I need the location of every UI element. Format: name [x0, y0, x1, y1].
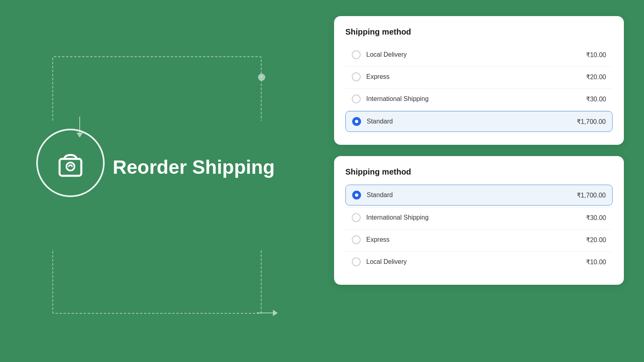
- svg-rect-0: [60, 159, 81, 176]
- dashed-path-top: [52, 56, 262, 121]
- dot-top-right: [258, 74, 265, 81]
- shopping-bag-circle: [36, 129, 105, 197]
- option2-standard[interactable]: Standard ₹1,700.00: [345, 185, 613, 206]
- option2-left-local-delivery: Local Delivery: [352, 257, 407, 266]
- radio-standard[interactable]: [352, 117, 361, 126]
- option2-express[interactable]: Express ₹20.00: [345, 230, 613, 250]
- option2-left-international: International Shipping: [352, 213, 429, 222]
- option-standard[interactable]: Standard ₹1,700.00: [345, 111, 613, 132]
- option-express[interactable]: Express ₹20.00: [345, 67, 613, 87]
- right-section: Shipping method Local Delivery ₹10.00 Ex…: [334, 16, 624, 296]
- label-local-delivery: Local Delivery: [366, 51, 407, 58]
- price-express: ₹20.00: [586, 73, 606, 81]
- radio2-international[interactable]: [352, 213, 361, 222]
- radio2-express[interactable]: [352, 235, 361, 244]
- label2-standard: Standard: [367, 191, 393, 199]
- price-standard: ₹1,700.00: [577, 118, 606, 125]
- label2-express: Express: [366, 236, 390, 243]
- left-section: Reorder Shipping: [0, 0, 270, 362]
- svg-point-1: [66, 162, 74, 171]
- arrow-right: [257, 310, 278, 316]
- option-local-delivery[interactable]: Local Delivery ₹10.00: [345, 45, 613, 65]
- arrow-right-line: [257, 313, 273, 313]
- price-local-delivery: ₹10.00: [586, 51, 606, 59]
- label-express: Express: [366, 73, 390, 80]
- option2-international[interactable]: International Shipping ₹30.00: [345, 208, 613, 228]
- radio2-local-delivery[interactable]: [352, 257, 361, 266]
- arrow-right-head: [273, 310, 278, 316]
- option2-local-delivery[interactable]: Local Delivery ₹10.00: [345, 252, 613, 272]
- option2-left-standard: Standard: [352, 191, 393, 200]
- option-left-express: Express: [352, 72, 390, 81]
- reorder-shipping-title: Reorder Shipping: [113, 156, 275, 178]
- label2-international: International Shipping: [366, 214, 429, 221]
- radio-express[interactable]: [352, 72, 361, 81]
- card-2: Shipping method Standard ₹1,700.00 Inter…: [334, 156, 624, 285]
- label2-local-delivery: Local Delivery: [366, 258, 407, 265]
- option-left-standard: Standard: [352, 117, 393, 126]
- card-2-title: Shipping method: [345, 167, 613, 177]
- shopping-bag-icon: [52, 145, 89, 181]
- label-standard: Standard: [367, 118, 393, 125]
- dashed-path-bottom: [52, 249, 262, 314]
- option-left-local-delivery: Local Delivery: [352, 50, 407, 59]
- option-international[interactable]: International Shipping ₹30.00: [345, 89, 613, 109]
- card-1: Shipping method Local Delivery ₹10.00 Ex…: [334, 16, 624, 145]
- option-left-international: International Shipping: [352, 95, 429, 103]
- radio-international[interactable]: [352, 95, 361, 103]
- option2-left-express: Express: [352, 235, 390, 244]
- radio-local-delivery[interactable]: [352, 50, 361, 59]
- price2-international: ₹30.00: [586, 214, 606, 222]
- price2-standard: ₹1,700.00: [577, 191, 606, 199]
- price-international: ₹30.00: [586, 95, 606, 103]
- label-international: International Shipping: [366, 95, 429, 103]
- radio2-standard[interactable]: [352, 191, 361, 200]
- card-1-title: Shipping method: [345, 27, 613, 37]
- price2-express: ₹20.00: [586, 236, 606, 244]
- price2-local-delivery: ₹10.00: [586, 258, 606, 266]
